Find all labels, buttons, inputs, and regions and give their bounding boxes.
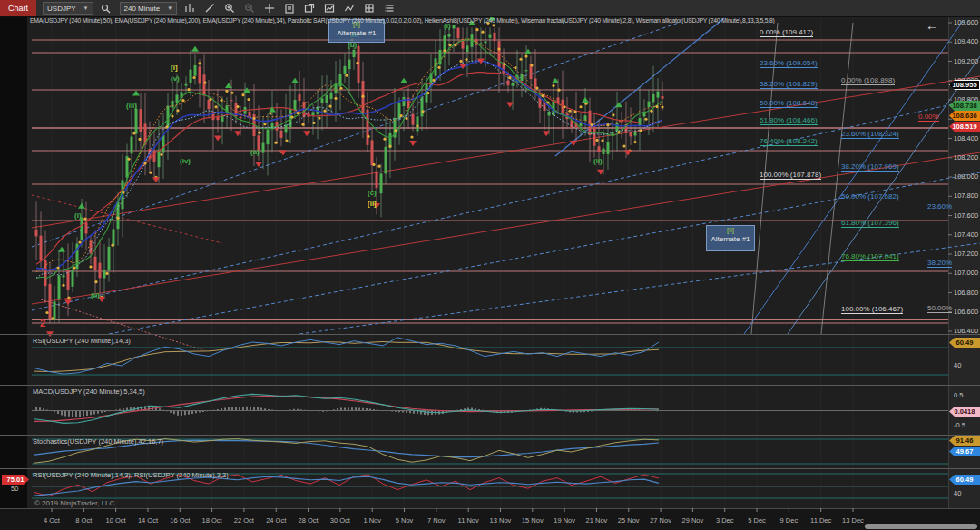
- horizontal-scrollbar-thumb[interactable]: [865, 524, 977, 529]
- zoom-out-icon[interactable]: [241, 2, 257, 15]
- panel-separator[interactable]: [0, 385, 980, 386]
- search-icon[interactable]: [98, 2, 113, 15]
- chevron-down-icon: ▼: [167, 5, 172, 11]
- panel-separator[interactable]: [0, 468, 980, 469]
- zoom-in-icon[interactable]: [221, 2, 237, 15]
- instrument-value: USDJPY: [47, 5, 76, 13]
- interval-value: 240 Minute: [124, 5, 161, 13]
- chart-window-icon[interactable]: [321, 2, 337, 15]
- crosshair-icon[interactable]: [261, 2, 277, 15]
- pencil-icon[interactable]: [201, 2, 217, 15]
- drawing-tools-icon[interactable]: [341, 2, 357, 15]
- tab-chart[interactable]: Chart: [0, 0, 36, 16]
- titlebar: Chart USDJPY ▼ 240 Minute ▼: [0, 0, 980, 17]
- instrument-select[interactable]: USDJPY ▼: [43, 2, 93, 15]
- ninjatrader-chart-window: Chart USDJPY ▼ 240 Minute ▼: [0, 0, 980, 530]
- chart-style-icon[interactable]: [181, 2, 197, 15]
- chart-canvas[interactable]: [0, 0, 980, 530]
- export-chart-icon[interactable]: [281, 2, 297, 15]
- chevron-down-icon: ▼: [83, 5, 89, 11]
- panel-separator[interactable]: [0, 435, 980, 436]
- send-to-icon[interactable]: [301, 2, 317, 15]
- data-grid-icon[interactable]: [361, 2, 377, 15]
- interval-select[interactable]: 240 Minute ▼: [120, 2, 178, 15]
- list-icon[interactable]: [381, 2, 397, 15]
- panel-separator[interactable]: [0, 334, 980, 335]
